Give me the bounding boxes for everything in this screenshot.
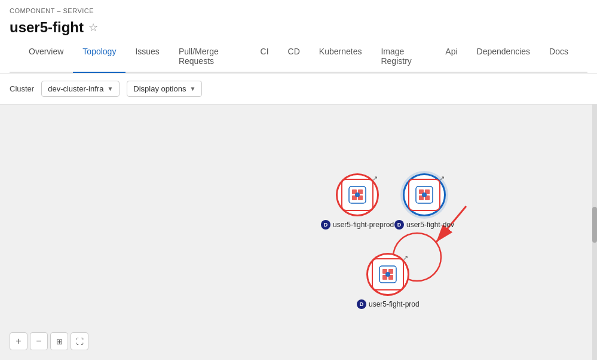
zoom-in-button[interactable]: + [10, 332, 27, 350]
tab-api[interactable]: Api [436, 41, 467, 73]
nav-tabs: OverviewTopologyIssuesPull/Merge Request… [10, 41, 587, 73]
cluster-label: Cluster [10, 84, 34, 93]
reset-icon: ⊞ [56, 337, 63, 346]
scroll-thumb[interactable] [592, 207, 597, 243]
topology-canvas: ↗Duser5-fight-preprod ↗Duser5-fight-dev … [0, 105, 597, 360]
node-icon-wrap-prod: ↗ [366, 253, 409, 296]
tab-image-registry[interactable]: Image Registry [371, 41, 436, 73]
node-label-text-preprod: user5-fight-preprod [333, 221, 394, 229]
zoom-out-button[interactable]: − [30, 332, 48, 350]
display-options-arrow: ▼ [189, 85, 195, 92]
fit-icon: ⛶ [76, 337, 84, 346]
page-title: user5-fight [10, 19, 84, 36]
node-label-text-prod: user5-fight-prod [369, 300, 420, 308]
scrollbar[interactable] [592, 105, 597, 360]
header: COMPONENT – SERVICE user5-fight ☆ Overvi… [0, 0, 597, 74]
external-link-icon-prod[interactable]: ↗ [403, 254, 408, 262]
cluster-value: dev-cluster-infra [48, 84, 103, 93]
external-link-icon-preprod[interactable]: ↗ [372, 175, 378, 182]
tab-overview[interactable]: Overview [19, 41, 73, 73]
node-prod[interactable]: ↗Duser5-fight-prod [357, 253, 420, 309]
node-inner-prod [372, 258, 404, 290]
zoom-in-icon: + [16, 336, 21, 347]
fit-button[interactable]: ⛶ [71, 332, 88, 350]
tab-docs[interactable]: Docs [540, 41, 578, 73]
cluster-dropdown[interactable]: dev-cluster-infra ▼ [41, 81, 120, 97]
svg-point-14 [422, 192, 427, 197]
zoom-out-icon: − [36, 336, 41, 347]
tab-pull-merge-requests[interactable]: Pull/Merge Requests [169, 41, 251, 73]
tab-dependencies[interactable]: Dependencies [467, 41, 540, 73]
display-options-dropdown[interactable]: Display options ▼ [127, 81, 202, 97]
node-label-preprod: Duser5-fight-preprod [321, 220, 394, 230]
node-inner-preprod [341, 179, 373, 211]
node-dev[interactable]: ↗Duser5-fight-dev [394, 173, 454, 230]
node-inner-dev [408, 179, 440, 211]
node-service-icon [378, 265, 397, 284]
svg-point-20 [385, 272, 390, 277]
node-label-dev: Duser5-fight-dev [394, 220, 454, 230]
node-icon-wrap-preprod: ↗ [336, 173, 379, 216]
cluster-dropdown-arrow: ▼ [107, 85, 113, 92]
node-preprod[interactable]: ↗Duser5-fight-preprod [321, 173, 394, 230]
deployment-badge-dev: D [394, 220, 404, 230]
breadcrumb: COMPONENT – SERVICE [10, 5, 587, 17]
tab-topology[interactable]: Topology [73, 41, 125, 73]
main-content: Cluster dev-cluster-infra ▼ Display opti… [0, 74, 597, 360]
deployment-badge-prod: D [357, 299, 366, 309]
node-service-icon [348, 185, 367, 204]
external-link-icon-dev[interactable]: ↗ [439, 175, 445, 182]
node-icon-wrap-dev: ↗ [403, 173, 446, 216]
toolbar: Cluster dev-cluster-infra ▼ Display opti… [0, 74, 597, 105]
node-label-prod: Duser5-fight-prod [357, 299, 420, 309]
display-options-label: Display options [133, 84, 186, 93]
zoom-controls: + − ⊞ ⛶ [10, 332, 88, 350]
node-service-icon [415, 185, 434, 204]
tab-cd[interactable]: CD [278, 41, 310, 73]
deployment-badge-preprod: D [321, 220, 330, 230]
tab-kubernetes[interactable]: Kubernetes [310, 41, 372, 73]
favorite-icon[interactable]: ☆ [88, 21, 98, 34]
page-title-row: user5-fight ☆ [10, 17, 587, 41]
node-label-text-dev: user5-fight-dev [406, 221, 454, 229]
tab-ci[interactable]: CI [251, 41, 278, 73]
tab-issues[interactable]: Issues [125, 41, 169, 73]
reset-zoom-button[interactable]: ⊞ [50, 332, 68, 350]
svg-point-8 [355, 192, 360, 197]
